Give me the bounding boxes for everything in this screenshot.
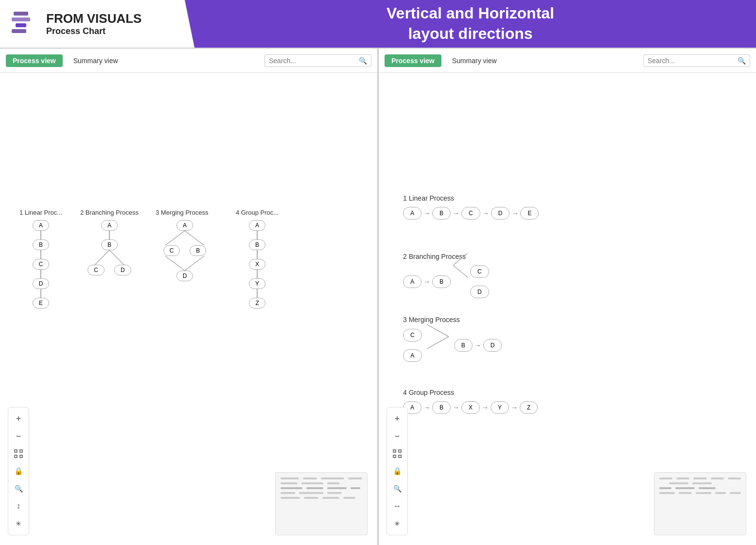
right-zoom-in-button[interactable]: +: [390, 411, 404, 426]
v-merge-top-svg: [156, 231, 214, 245]
right-search-button[interactable]: 🔍: [390, 481, 404, 496]
fit-icon-right: [393, 449, 402, 458]
v-linear-c: C: [33, 259, 50, 270]
v-conn: [40, 270, 41, 278]
left-mini-map-content: [276, 473, 367, 504]
fit-icon: [14, 449, 23, 458]
right-summary-view-tab[interactable]: Summary view: [445, 54, 504, 67]
svg-rect-10: [15, 450, 17, 452]
svg-rect-19: [399, 450, 401, 452]
right-mini-map: [654, 472, 746, 535]
product-name: Process Chart: [46, 26, 141, 36]
v-branch-label: 2 Branching Process: [80, 209, 139, 216]
h-group-process: 4 Group Process A → B → X → Y → Z: [403, 389, 538, 414]
right-lock-button[interactable]: 🔒: [390, 464, 404, 478]
h-merge-c: C: [403, 329, 422, 341]
right-expand-button[interactable]: ↔: [390, 499, 404, 513]
left-search-box[interactable]: 🔍: [264, 54, 371, 67]
h-linear-d: D: [491, 207, 510, 220]
h-arrow: →: [423, 278, 430, 286]
v-group-x: X: [249, 259, 265, 270]
left-panel: Process view Summary view 🔍 1 Linear Pro…: [0, 49, 378, 545]
left-summary-view-tab[interactable]: Summary view: [67, 54, 125, 67]
main-content: Process view Summary view 🔍 1 Linear Pro…: [0, 49, 756, 545]
v-group-z: Z: [249, 298, 265, 308]
svg-rect-12: [15, 455, 17, 458]
right-search-icon: 🔍: [738, 57, 746, 65]
left-process-view-tab[interactable]: Process view: [6, 54, 63, 67]
v-merge-d: D: [176, 271, 193, 281]
svg-rect-1: [12, 17, 30, 21]
left-fit-button[interactable]: [11, 446, 26, 461]
header: FROM VISUALS Process Chart Vertical and …: [0, 0, 756, 49]
h-merge-process: 3 Merging Process C A B →: [403, 316, 502, 362]
h-group-z: Z: [520, 401, 538, 414]
v-conn: [257, 270, 258, 278]
svg-line-15: [453, 265, 468, 277]
right-zoom-out-button[interactable]: −: [390, 429, 404, 443]
h-arrow: →: [511, 404, 518, 411]
svg-rect-11: [20, 450, 22, 452]
svg-line-6: [165, 231, 185, 245]
h-merge-label: 3 Merging Process: [403, 316, 502, 324]
h-group-flow: A → B → X → Y → Z: [403, 401, 538, 414]
right-search-input[interactable]: [648, 57, 736, 65]
v-merge-c: C: [163, 245, 180, 256]
h-arrow: →: [482, 209, 489, 217]
v-group-a: A: [249, 220, 265, 231]
h-linear-c: C: [461, 207, 480, 220]
v-merge-bot-svg: [156, 256, 214, 271]
h-arrow: →: [482, 404, 489, 411]
v-group-b: B: [249, 239, 265, 250]
v-group-y: Y: [249, 278, 265, 289]
left-settings-button[interactable]: ✳: [11, 516, 26, 531]
v-branch-a: A: [101, 220, 118, 231]
h-branch-d: D: [470, 286, 489, 298]
v-linear-b: B: [33, 239, 49, 250]
v-linear-process: 1 Linear Proc... A B C D E: [19, 209, 62, 308]
logo-area: FROM VISUALS Process Chart: [0, 0, 185, 48]
v-linear-e: E: [33, 298, 49, 308]
h-branch-svg: [453, 248, 492, 282]
svg-line-5: [109, 250, 124, 265]
right-process-view-tab[interactable]: Process view: [385, 54, 441, 67]
h-linear-flow: A → B → C → D → E: [403, 207, 539, 220]
v-conn: [40, 231, 41, 239]
h-group-x: X: [461, 401, 480, 414]
h-merge-b: B: [454, 339, 473, 352]
h-branch-flow: A → B C D: [403, 265, 489, 298]
v-group-label: 4 Group Proc...: [236, 209, 279, 216]
right-search-box[interactable]: 🔍: [643, 54, 750, 67]
v-branch-c: C: [88, 265, 105, 275]
v-conn: [109, 231, 110, 239]
right-settings-button[interactable]: ✳: [390, 516, 404, 531]
left-search-input[interactable]: [269, 57, 357, 65]
left-search-button[interactable]: 🔍: [11, 481, 26, 496]
v-linear-a: A: [33, 220, 49, 231]
v-merge-label: 3 Merging Process: [156, 209, 214, 216]
left-zoom-out-button[interactable]: −: [11, 429, 26, 443]
v-branch-process: 2 Branching Process A B C D: [80, 209, 139, 275]
left-mini-map: [275, 472, 368, 535]
h-arrow: →: [453, 209, 459, 217]
svg-rect-18: [393, 450, 396, 452]
v-merge-b: B: [190, 245, 206, 256]
right-fit-button[interactable]: [390, 446, 404, 461]
left-search-icon: 🔍: [359, 57, 367, 65]
left-zoom-in-button[interactable]: +: [11, 411, 26, 426]
right-panel: Process view Summary view 🔍 1 Linear Pro…: [378, 49, 756, 545]
right-mini-map-content: [654, 473, 746, 502]
v-group-process: 4 Group Proc... A B X Y Z: [236, 209, 279, 308]
v-branch-b: B: [101, 239, 118, 250]
h-linear-a: A: [403, 207, 422, 220]
h-arrow: →: [423, 209, 430, 217]
v-merge-a: A: [176, 220, 193, 231]
svg-line-4: [95, 250, 109, 265]
right-toolbar: + − 🔒 🔍 ↔ ✳: [387, 407, 408, 535]
h-merge-flow: C A B → D: [403, 328, 502, 362]
left-lock-button[interactable]: 🔒: [11, 464, 26, 478]
v-conn: [257, 231, 258, 239]
h-arrow: →: [423, 404, 430, 411]
v-branch-svg: [85, 250, 134, 265]
left-expand-button[interactable]: ↕: [11, 499, 26, 513]
